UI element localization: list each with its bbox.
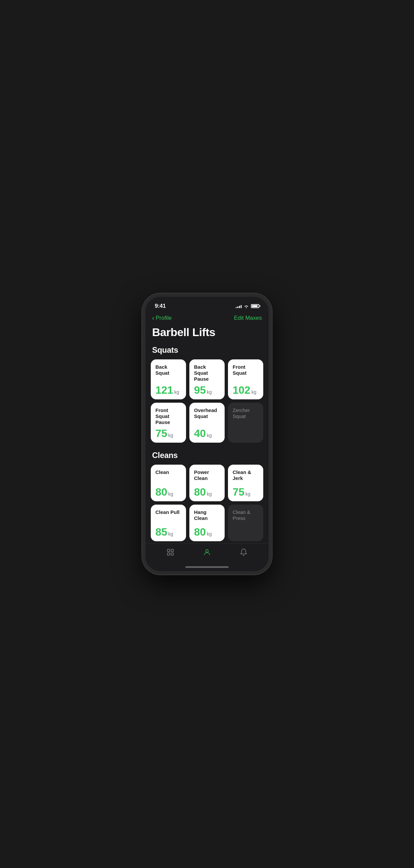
phone-frame: 9:41 ‹ Profile	[142, 293, 272, 575]
page-title: Barbell Lifts	[152, 326, 262, 339]
lift-name: Power Clean	[194, 469, 221, 481]
list-item[interactable]: Zercher Squat	[228, 403, 263, 443]
lift-name: Clean & Press	[233, 509, 259, 521]
section-title-squats: Squats	[152, 345, 262, 355]
list-item[interactable]: Back Squat 121 kg	[151, 360, 186, 399]
lift-unit: kg	[168, 491, 173, 497]
squats-grid: Back Squat 121 kg Back Squat Pause 95 kg…	[151, 360, 263, 443]
lift-unit: kg	[207, 390, 212, 395]
library-icon	[166, 548, 174, 556]
list-item[interactable]: Clean 80 kg	[151, 465, 186, 501]
lift-unit: kg	[168, 531, 173, 536]
lift-name: Front Squat Pause	[156, 407, 182, 425]
signal-icon	[236, 304, 242, 308]
back-button[interactable]: ‹ Profile	[152, 314, 172, 322]
list-item[interactable]: Clean Pull 85 kg	[151, 505, 186, 541]
lift-unit: kg	[174, 390, 179, 395]
wifi-icon	[244, 304, 249, 308]
lift-name: Back Squat Pause	[194, 364, 221, 382]
lift-value: 102	[233, 385, 250, 395]
list-item[interactable]: Clean & Press	[228, 505, 263, 541]
lift-unit: kg	[251, 390, 256, 395]
lift-value: 80	[194, 487, 206, 497]
lift-name: Front Squat	[233, 364, 259, 376]
status-icons	[236, 304, 259, 308]
lift-name: Zercher Squat	[233, 407, 259, 420]
battery-icon	[251, 304, 259, 308]
content-area: Barbell Lifts Squats Back Squat 121 kg B…	[145, 323, 269, 543]
lift-name: Overhead Squat	[194, 407, 221, 420]
lift-name: Clean	[156, 469, 182, 475]
status-time: 9:41	[155, 303, 166, 309]
tab-profile[interactable]	[196, 547, 218, 558]
list-item[interactable]: Clean & Jerk 75 kg	[228, 465, 263, 501]
tab-library[interactable]	[160, 547, 181, 558]
bell-icon	[240, 548, 248, 556]
tab-notifications[interactable]	[233, 547, 254, 558]
list-item[interactable]: Front Squat 102 kg	[228, 360, 263, 399]
home-indicator	[145, 564, 269, 571]
chevron-left-icon: ‹	[152, 314, 154, 322]
lift-value: 85	[156, 527, 167, 537]
profile-icon	[203, 548, 211, 556]
lift-value: 75	[233, 487, 245, 497]
list-item[interactable]: Front Squat Pause 75 kg	[151, 403, 186, 443]
svg-rect-3	[171, 553, 173, 555]
list-item[interactable]: Back Squat Pause 95 kg	[189, 360, 225, 399]
section-title-cleans: Cleans	[152, 451, 262, 460]
list-item[interactable]: Power Clean 80 kg	[189, 465, 225, 501]
lift-name: Clean & Jerk	[233, 469, 259, 481]
lift-value: 80	[194, 527, 206, 537]
back-label: Profile	[156, 315, 172, 321]
status-bar: 9:41	[145, 297, 269, 311]
lift-name: Hang Clean	[194, 509, 221, 521]
lift-unit: kg	[246, 491, 251, 497]
lift-value: 75	[156, 428, 167, 439]
nav-bar: ‹ Profile Edit Maxes	[145, 311, 269, 323]
lift-unit: kg	[207, 491, 212, 497]
edit-maxes-button[interactable]: Edit Maxes	[234, 315, 262, 321]
lift-value: 40	[194, 428, 206, 439]
list-item[interactable]: Overhead Squat 40 kg	[189, 403, 225, 443]
list-item[interactable]: Hang Clean 80 kg	[189, 505, 225, 541]
svg-point-4	[206, 550, 208, 552]
lift-unit: kg	[207, 433, 212, 438]
svg-rect-1	[167, 553, 170, 555]
lift-name: Back Squat	[156, 364, 182, 376]
lift-name: Clean Pull	[156, 509, 182, 515]
svg-rect-0	[167, 549, 170, 552]
tab-bar	[145, 543, 269, 564]
cleans-grid: Clean 80 kg Power Clean 80 kg Clean & Je…	[151, 465, 263, 541]
lift-unit: kg	[207, 531, 212, 536]
lift-unit: kg	[168, 433, 173, 438]
lift-value: 80	[156, 487, 167, 497]
lift-value: 121	[156, 385, 173, 395]
lift-value: 95	[194, 385, 206, 395]
svg-rect-2	[171, 549, 173, 552]
